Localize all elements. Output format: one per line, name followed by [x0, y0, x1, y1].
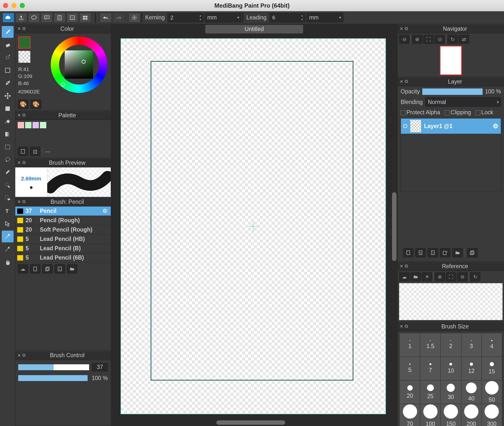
eyedropper-alt-tool[interactable]	[2, 243, 14, 255]
document-tab[interactable]: Untitled	[205, 25, 303, 33]
brush-tool[interactable]	[2, 26, 14, 38]
layer-folder-button[interactable]	[452, 248, 463, 257]
color-options-icon[interactable]: 🎨	[31, 100, 41, 109]
close-icon[interactable]: ✕	[17, 113, 21, 118]
canvas-area[interactable]	[111, 34, 398, 426]
text-tool[interactable]: T	[2, 205, 14, 217]
close-icon[interactable]: ✕	[400, 264, 403, 269]
brush-size-cell[interactable]: 300	[482, 404, 502, 426]
ref-close-button[interactable]: ✕	[422, 272, 432, 281]
brush-size-cell[interactable]: 200	[461, 404, 482, 426]
close-icon[interactable]: ✕	[400, 79, 403, 84]
brush-size-cell[interactable]: 40	[461, 380, 482, 404]
brush-row[interactable]: 20 Pencil (Rough)	[15, 216, 111, 225]
navigator-thumbnail[interactable]	[440, 46, 462, 75]
pen-tool[interactable]	[2, 77, 14, 89]
leading-unit-select[interactable]: mm	[306, 13, 343, 22]
layer-item[interactable]: Layer1 @1 ⚙	[401, 118, 501, 134]
grid-button[interactable]	[79, 13, 91, 23]
cloud-brush-button[interactable]: ☁	[18, 264, 28, 274]
brush-opacity-slider[interactable]	[18, 375, 88, 381]
palette-chip[interactable]	[18, 122, 24, 128]
new-8bit-layer-button[interactable]: 8	[415, 248, 426, 257]
palette-chips[interactable]	[15, 120, 111, 130]
brush-size-cell[interactable]: 5	[400, 357, 420, 380]
popout-icon[interactable]: ⧉	[22, 160, 26, 165]
panels-button[interactable]	[66, 13, 78, 23]
fill-rect-tool[interactable]	[2, 103, 14, 115]
palette-chip[interactable]	[32, 122, 39, 128]
new-layer-button[interactable]	[403, 248, 413, 257]
close-icon[interactable]: ✕	[17, 26, 21, 31]
leading-input[interactable]: ▴▾	[269, 13, 305, 22]
popout-icon[interactable]: ⧉	[22, 113, 26, 118]
close-icon[interactable]: ✕	[17, 160, 21, 165]
add-palette-button[interactable]	[18, 147, 28, 156]
popout-icon[interactable]: ⧉	[22, 353, 26, 358]
brush-size-cell[interactable]: 50	[482, 380, 502, 404]
foreground-swatch[interactable]	[18, 36, 31, 49]
shape-rect-tool[interactable]	[2, 64, 14, 76]
document-button[interactable]	[54, 13, 65, 23]
duplicate-brush-button[interactable]	[42, 264, 53, 274]
gear-icon[interactable]: ⚙	[493, 122, 498, 130]
brush-row[interactable]: 5 Lead Pencil (B)	[15, 244, 111, 253]
ref-zoom-in-button[interactable]: ⊕	[435, 272, 445, 281]
brush-size-slider[interactable]	[18, 364, 89, 370]
brush-size-cell[interactable]: 100	[420, 404, 441, 426]
kerning-value[interactable]	[168, 15, 197, 21]
rotate-button[interactable]: ↻	[447, 35, 458, 44]
select-eraser-tool[interactable]	[2, 192, 14, 204]
brush-row[interactable]: 20 Soft Pencil (Rough)	[15, 225, 111, 235]
lock-checkbox[interactable]: Lock	[475, 109, 493, 116]
palette-chip[interactable]	[25, 122, 32, 128]
brush-size-cell[interactable]: 12	[461, 357, 482, 380]
palette-chip[interactable]	[40, 122, 46, 128]
color-palette-icon[interactable]: 🎨	[18, 100, 29, 109]
bucket-tool[interactable]	[2, 116, 14, 127]
brush-size-cell[interactable]: 1.5	[420, 333, 441, 357]
background-swatch[interactable]	[18, 51, 31, 63]
speech-bubble-button[interactable]	[28, 13, 40, 23]
brush-size-cell[interactable]: 10	[441, 357, 461, 380]
brush-size-cell[interactable]: 70	[400, 404, 420, 426]
brush-size-cell[interactable]: 150	[441, 404, 461, 426]
brush-row[interactable]: 5 Lead Pencil (HB)	[15, 235, 111, 244]
leading-value[interactable]	[270, 15, 299, 21]
popout-icon[interactable]: ⧉	[22, 199, 26, 205]
brush-size-cell[interactable]: 25	[420, 380, 441, 404]
magic-wand-tool[interactable]	[2, 167, 14, 178]
close-icon[interactable]: ✕	[17, 199, 21, 205]
ref-cloud-button[interactable]: ☁	[399, 272, 410, 281]
add-layer-menu-button[interactable]: +	[440, 248, 450, 257]
canvas[interactable]	[121, 38, 386, 414]
actual-size-button[interactable]: ⊙	[435, 35, 445, 44]
zoom-out-button[interactable]: ⊖	[399, 35, 410, 44]
eyedropper-tool[interactable]	[2, 231, 14, 242]
operation-tool[interactable]	[2, 218, 14, 230]
close-icon[interactable]: ✕	[17, 353, 21, 358]
brush-size-value[interactable]: 37	[92, 363, 108, 371]
antialias-button[interactable]	[128, 13, 140, 23]
zoom-in-button[interactable]: ⊕	[412, 35, 422, 44]
delete-palette-button[interactable]	[30, 147, 40, 156]
ref-open-button[interactable]	[410, 272, 421, 281]
ref-rotate-button[interactable]: ↻	[470, 272, 480, 281]
kerning-input[interactable]: ▴▾	[168, 13, 204, 22]
eraser-tool[interactable]	[2, 39, 14, 51]
flip-button[interactable]: ⇄	[459, 35, 469, 44]
horizontal-scrollbar[interactable]	[111, 419, 391, 426]
dot-brush-tool[interactable]	[2, 52, 14, 63]
redo-button[interactable]	[113, 13, 125, 23]
popout-icon[interactable]: ⧉	[405, 79, 408, 84]
protect-alpha-checkbox[interactable]: Protect Alpha	[401, 109, 440, 116]
gradient-tool[interactable]	[2, 128, 14, 140]
ref-zoom-out-button[interactable]: ⊖	[457, 272, 468, 281]
cloud-button[interactable]	[2, 13, 14, 23]
lasso-tool[interactable]	[2, 154, 14, 166]
select-rect-tool[interactable]	[2, 141, 14, 153]
new-1bit-layer-button[interactable]: 1	[428, 248, 438, 257]
reference-canvas[interactable]	[399, 283, 503, 320]
close-icon[interactable]: ✕	[400, 324, 403, 329]
brush-size-cell[interactable]: 4	[482, 333, 502, 357]
